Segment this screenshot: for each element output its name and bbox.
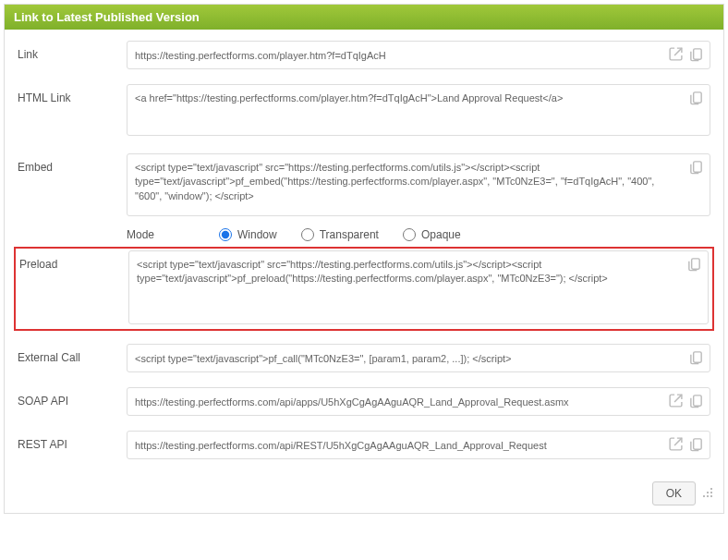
highlight-preload: Preload xyxy=(14,247,714,331)
svg-rect-4 xyxy=(694,352,702,362)
row-rest-api: REST API xyxy=(18,431,710,459)
link-input[interactable] xyxy=(127,41,710,69)
panel-body: Link HTML Link xyxy=(5,30,723,474)
radio-transparent-label: Transparent xyxy=(320,228,379,241)
open-link-icon[interactable] xyxy=(667,435,685,453)
copy-icon[interactable] xyxy=(687,348,705,366)
svg-rect-10 xyxy=(703,495,705,497)
row-preload: Preload xyxy=(18,250,710,327)
panel-title: Link to Latest Published Version xyxy=(5,5,723,30)
svg-rect-7 xyxy=(710,488,712,490)
row-soap-api: SOAP API xyxy=(18,387,710,416)
radio-opaque[interactable]: Opaque xyxy=(403,228,461,241)
label-external-call: External Call xyxy=(18,344,127,364)
embed-mode-row: Mode Window Transparent Opaque xyxy=(127,228,710,241)
external-call-input[interactable] xyxy=(127,344,710,372)
rest-api-input[interactable] xyxy=(127,431,710,459)
copy-icon[interactable] xyxy=(687,392,705,409)
label-soap-api: SOAP API xyxy=(18,387,127,408)
svg-rect-11 xyxy=(707,495,709,497)
svg-rect-2 xyxy=(694,162,702,172)
svg-rect-8 xyxy=(707,492,709,493)
svg-rect-5 xyxy=(694,396,702,406)
label-preload: Preload xyxy=(19,250,128,271)
copy-icon[interactable] xyxy=(687,158,705,176)
svg-rect-0 xyxy=(694,49,702,59)
copy-icon[interactable] xyxy=(687,435,705,453)
dialog-panel: Link to Latest Published Version Link HT… xyxy=(4,4,724,514)
preload-input[interactable] xyxy=(128,250,709,324)
label-embed: Embed xyxy=(18,153,127,174)
row-external-call: External Call xyxy=(18,344,710,372)
svg-rect-1 xyxy=(694,92,702,103)
label-rest-api: REST API xyxy=(18,431,127,451)
copy-icon[interactable] xyxy=(687,89,705,106)
svg-rect-9 xyxy=(710,492,712,493)
radio-window[interactable]: Window xyxy=(219,228,277,241)
radio-transparent-input[interactable] xyxy=(301,228,314,241)
radio-opaque-input[interactable] xyxy=(403,228,416,241)
embed-input[interactable] xyxy=(127,153,710,216)
ok-button[interactable]: OK xyxy=(652,481,696,505)
html-link-input[interactable] xyxy=(127,84,710,136)
open-link-icon[interactable] xyxy=(667,45,685,63)
copy-icon[interactable] xyxy=(686,255,703,273)
copy-icon[interactable] xyxy=(687,45,705,63)
svg-rect-6 xyxy=(694,439,702,449)
row-link: Link xyxy=(18,41,710,69)
radio-opaque-label: Opaque xyxy=(421,228,461,241)
radio-window-label: Window xyxy=(237,228,277,241)
row-html-link: HTML Link xyxy=(18,84,710,139)
radio-window-input[interactable] xyxy=(219,228,232,241)
label-html-link: HTML Link xyxy=(18,84,127,104)
open-link-icon[interactable] xyxy=(667,392,685,409)
embed-mode-label: Mode xyxy=(127,228,219,241)
soap-api-input[interactable] xyxy=(127,387,710,416)
resize-grip-icon[interactable] xyxy=(703,488,714,499)
svg-rect-12 xyxy=(710,495,712,497)
radio-transparent[interactable]: Transparent xyxy=(301,228,379,241)
label-link: Link xyxy=(18,41,127,61)
svg-rect-3 xyxy=(692,259,700,269)
dialog-footer: OK xyxy=(5,474,723,513)
row-embed: Embed Mode Window xyxy=(18,153,710,245)
